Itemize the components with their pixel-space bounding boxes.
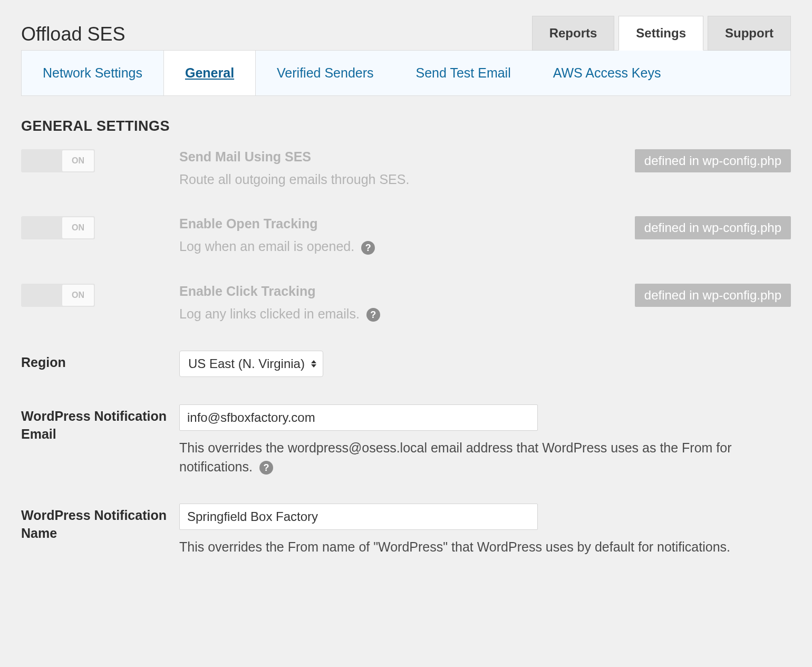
defined-badge: defined in wp-config.php bbox=[635, 284, 791, 307]
region-value: US East (N. Virginia) bbox=[188, 356, 305, 371]
setting-send-mail-ses: ON Send Mail Using SES Route all outgoin… bbox=[21, 149, 791, 189]
setting-notification-email: WordPress Notification Email This overri… bbox=[21, 404, 791, 477]
setting-title: Enable Click Tracking bbox=[179, 284, 601, 299]
setting-title: Enable Open Tracking bbox=[179, 216, 601, 231]
main-tabs: Reports Settings Support bbox=[532, 16, 791, 51]
tab-reports[interactable]: Reports bbox=[532, 16, 615, 51]
setting-click-tracking: ON Enable Click Tracking Log any links c… bbox=[21, 284, 791, 323]
help-text: This overrides the From name of "WordPre… bbox=[179, 539, 730, 554]
setting-title: Send Mail Using SES bbox=[179, 149, 601, 165]
toggle-knob: ON bbox=[62, 285, 94, 306]
notification-email-label: WordPress Notification Email bbox=[21, 404, 179, 443]
region-select[interactable]: US East (N. Virginia) bbox=[179, 351, 323, 377]
toggle-open-tracking[interactable]: ON bbox=[21, 216, 95, 239]
region-label: Region bbox=[21, 351, 179, 372]
notification-email-input[interactable] bbox=[179, 404, 538, 431]
notification-name-input[interactable] bbox=[179, 504, 538, 530]
notification-email-help: This overrides the wordpress@osess.local… bbox=[179, 438, 738, 477]
setting-desc: Log any links clicked in emails. ? bbox=[179, 304, 601, 323]
help-icon[interactable]: ? bbox=[361, 241, 375, 255]
setting-open-tracking: ON Enable Open Tracking Log when an emai… bbox=[21, 216, 791, 256]
sub-nav: Network Settings General Verified Sender… bbox=[21, 50, 791, 96]
setting-notification-name: WordPress Notification Name This overrid… bbox=[21, 504, 791, 556]
subtab-send-test-email[interactable]: Send Test Email bbox=[395, 51, 532, 95]
select-caret-icon bbox=[311, 360, 316, 368]
subtab-general[interactable]: General bbox=[163, 51, 256, 95]
section-title: GENERAL SETTINGS bbox=[21, 118, 791, 134]
subtab-verified-senders[interactable]: Verified Senders bbox=[256, 51, 394, 95]
setting-desc: Log when an email is opened. ? bbox=[179, 237, 601, 256]
setting-desc-text: Log any links clicked in emails. bbox=[179, 306, 360, 321]
setting-region: Region US East (N. Virginia) bbox=[21, 351, 791, 377]
subtab-aws-access-keys[interactable]: AWS Access Keys bbox=[532, 51, 682, 95]
setting-desc: Route all outgoing emails through SES. bbox=[179, 170, 601, 189]
help-icon[interactable]: ? bbox=[366, 308, 380, 322]
page-title: Offload SES bbox=[21, 23, 125, 51]
defined-badge: defined in wp-config.php bbox=[635, 149, 791, 172]
subtab-network-settings[interactable]: Network Settings bbox=[22, 51, 163, 95]
toggle-send-mail-ses[interactable]: ON bbox=[21, 149, 95, 172]
notification-name-help: This overrides the From name of "WordPre… bbox=[179, 537, 738, 556]
toggle-knob: ON bbox=[62, 150, 94, 171]
tab-support[interactable]: Support bbox=[708, 16, 791, 51]
toggle-knob: ON bbox=[62, 217, 94, 238]
setting-desc-text: Log when an email is opened. bbox=[179, 239, 354, 254]
tab-settings[interactable]: Settings bbox=[618, 16, 703, 51]
help-icon[interactable]: ? bbox=[259, 461, 273, 475]
notification-name-label: WordPress Notification Name bbox=[21, 504, 179, 543]
toggle-click-tracking[interactable]: ON bbox=[21, 284, 95, 307]
defined-badge: defined in wp-config.php bbox=[635, 216, 791, 239]
